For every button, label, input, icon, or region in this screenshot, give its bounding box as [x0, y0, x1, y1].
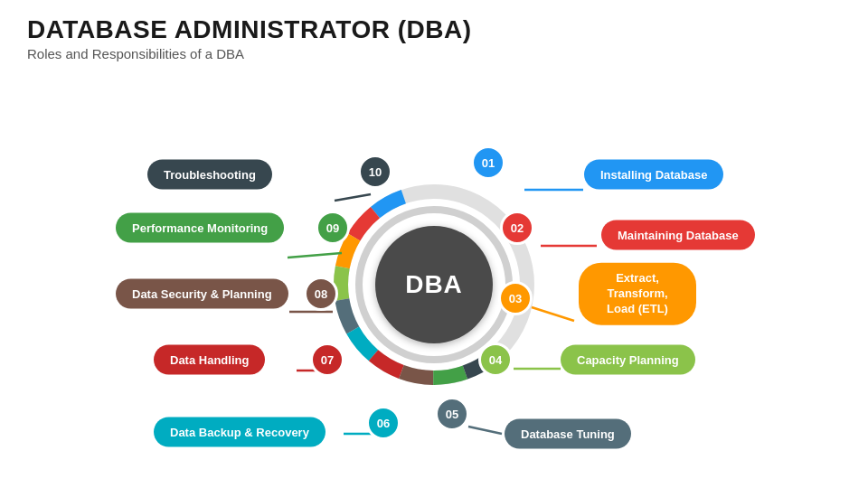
dba-center: DBA — [375, 226, 493, 343]
bubble-06: 06 — [366, 406, 401, 440]
bubble-07: 07 — [310, 343, 344, 377]
label-data-security: Data Security & Planning — [116, 279, 288, 309]
label-etl: Extract, Transform, Load (ETL) — [579, 263, 696, 325]
svg-line-16 — [468, 427, 502, 434]
svg-line-14 — [532, 307, 574, 321]
bubble-01: 01 — [471, 145, 505, 180]
label-data-handling: Data Handling — [154, 345, 265, 375]
svg-line-20 — [288, 253, 342, 258]
label-capacity-planning: Capacity Planning — [561, 345, 695, 375]
label-installing-database: Installing Database — [584, 160, 723, 190]
page-container: DATABASE ADMINISTRATOR (DBA) Roles and R… — [0, 0, 868, 488]
svg-line-21 — [335, 194, 371, 201]
page-subtitle: Roles and Responsibilities of a DBA — [27, 46, 841, 61]
dba-label: DBA — [405, 270, 463, 299]
bubble-03: 03 — [498, 281, 533, 315]
diagram-area: DBA 01 02 03 04 05 06 07 — [0, 81, 868, 488]
label-troubleshooting: Troubleshooting — [147, 160, 272, 190]
label-performance-monitoring: Performance Monitoring — [116, 213, 284, 243]
label-maintaining-database: Maintaining Database — [601, 221, 755, 250]
page-title: DATABASE ADMINISTRATOR (DBA) — [27, 16, 841, 44]
bubble-08: 08 — [304, 277, 338, 311]
label-database-tuning: Database Tuning — [505, 419, 631, 449]
bubble-02: 02 — [500, 211, 534, 245]
bubble-04: 04 — [478, 343, 513, 377]
bubble-10: 10 — [358, 155, 392, 189]
bubble-09: 09 — [316, 211, 350, 245]
label-data-backup: Data Backup & Recovery — [154, 418, 326, 447]
bubble-05: 05 — [435, 397, 469, 431]
